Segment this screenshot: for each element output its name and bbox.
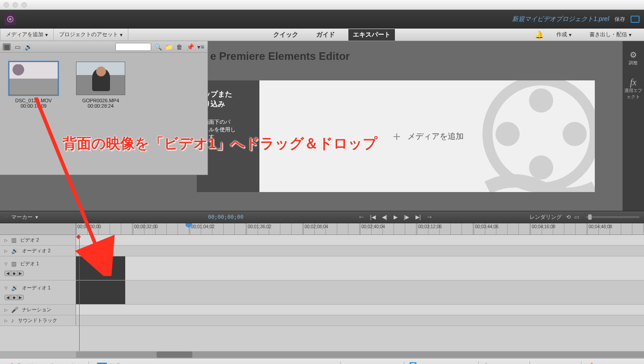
goto-end-icon[interactable]: ⤍ xyxy=(427,214,432,220)
track-content-narration[interactable] xyxy=(76,305,644,315)
graphics-button[interactable]: ⛵ グラフィック▾ xyxy=(584,360,639,364)
in-point-marker[interactable]: ◆ xyxy=(76,235,82,240)
plus-icon: ＋ xyxy=(390,128,403,145)
track-content-video2[interactable] xyxy=(76,235,644,245)
drop-hint-line: ップまた xyxy=(203,89,253,99)
track-header-video2[interactable]: ▷▥ビデオ 2 xyxy=(0,235,76,245)
track-content-video1[interactable] xyxy=(76,256,644,280)
playhead[interactable] xyxy=(186,223,192,235)
save-button[interactable]: 保存 xyxy=(614,16,625,23)
assets-toolbar: ▦ ▭ 🔊 🔍 📁 🗑 📌 ▾≡ xyxy=(0,41,208,53)
delete-icon[interactable]: 🗑 xyxy=(175,43,183,50)
prev-icon[interactable]: |◀ xyxy=(370,214,375,220)
notification-bell-icon[interactable]: 🔔 xyxy=(535,30,544,39)
loop-icon[interactable]: ⟲ xyxy=(566,214,571,220)
project-name: 新規マイビデオプロジェクト1.prel xyxy=(512,15,609,23)
transition-button[interactable]: ◩ トランジション▾ xyxy=(343,360,401,364)
ruler-tick: 00;01;36;02 xyxy=(246,223,303,234)
audio-button[interactable]: ♫ オーディオ▾ xyxy=(533,360,578,364)
track-header-audio1[interactable]: ▽🔊オーディオ 1 ◀◆▶ xyxy=(0,280,76,304)
drop-hint-line: 画面下のパ xyxy=(203,118,253,126)
tools-label: ツール xyxy=(314,363,330,364)
filter-audio-icon[interactable]: 🔊 xyxy=(24,43,32,50)
step-fwd-icon[interactable]: |▶ xyxy=(404,214,409,220)
track-content-audio2[interactable] xyxy=(76,246,644,256)
track-nav-arrows[interactable]: ◀◆▶ xyxy=(4,271,24,276)
transition-icon: ◩ xyxy=(346,362,353,364)
project-assets-menu[interactable]: プロジェクトのアセット ▾ xyxy=(54,29,128,41)
track-name: サウンドトラック xyxy=(18,317,57,324)
titles-button[interactable]: T タイトルとテキスト▾ xyxy=(407,360,476,364)
applied-effects-button[interactable]: fx 適用エフェクト xyxy=(623,77,644,100)
folder-icon[interactable]: 📁 xyxy=(165,43,173,50)
traffic-minimize-icon[interactable] xyxy=(13,2,18,8)
pin-icon[interactable]: 📌 xyxy=(186,43,194,50)
effects-button[interactable]: fx エフェクト▾ xyxy=(481,360,527,364)
render-button[interactable]: レンダリング xyxy=(530,213,562,221)
organize-button[interactable]: ▦ 整理 xyxy=(94,361,123,364)
goto-start-icon[interactable]: ⤌ xyxy=(359,214,364,220)
search-icon[interactable]: 🔍 xyxy=(154,43,162,50)
timecode-display[interactable]: 00;00;00;00 xyxy=(208,214,243,220)
timeline-clip[interactable] xyxy=(76,280,125,304)
traffic-close-icon[interactable] xyxy=(4,2,9,8)
mode-tab-quick[interactable]: クイック xyxy=(269,29,303,41)
titles-icon: T xyxy=(410,362,417,364)
track-nav-arrows[interactable]: ◀◆▶ xyxy=(4,295,24,300)
graphics-icon: ⛵ xyxy=(587,362,596,364)
zoom-slider[interactable] xyxy=(586,216,640,218)
dropdown-icon: ▾ xyxy=(629,32,631,38)
filter-video-icon[interactable]: ▦ xyxy=(3,43,11,50)
undo-button[interactable]: ↶ 取り消し xyxy=(5,360,42,364)
create-menu[interactable]: 作成 ▾ xyxy=(551,29,577,41)
fullscreen-icon[interactable] xyxy=(631,16,640,23)
add-media-text: メディアを追加 xyxy=(407,131,464,142)
export-menu[interactable]: 書き出し・配信 ▾ xyxy=(584,29,637,41)
asset-thumbnail[interactable] xyxy=(76,62,125,95)
tools-icon: ✂ xyxy=(305,362,311,364)
track-header-video1[interactable]: ▽▥ビデオ 1 ◀◆▶ xyxy=(0,256,76,280)
dropdown-icon: ▾ xyxy=(569,32,572,38)
mode-tab-guide[interactable]: ガイド xyxy=(312,29,339,41)
adjust-label: 調整 xyxy=(629,60,638,66)
asset-item[interactable]: DSC_0129.MOV 00:00:16:09 xyxy=(7,62,60,109)
redo-label: やり直し xyxy=(59,363,80,364)
step-back-icon[interactable]: ◀| xyxy=(382,214,387,220)
marker-menu[interactable]: ▼ マーカー ▾ xyxy=(4,213,38,221)
track-header-soundtrack[interactable]: ▷♪サウンドトラック xyxy=(0,315,76,326)
asset-item[interactable]: GOPR0026.MP4 00:00:28:24 xyxy=(74,62,127,109)
filter-image-icon[interactable]: ▭ xyxy=(13,43,21,50)
next-icon[interactable]: ▶| xyxy=(415,214,421,220)
track-content-audio1[interactable]: ✂ xyxy=(76,280,644,304)
tools-button[interactable]: ✂ ツール▾ xyxy=(302,360,338,364)
project-assets-label: プロジェクトのアセット xyxy=(59,31,118,38)
panel-menu-icon[interactable]: ▾≡ xyxy=(197,43,205,50)
transition-label: トランジション xyxy=(356,363,393,364)
ruler-tick: 00;02;08;04 xyxy=(303,223,360,234)
fx-icon: fx xyxy=(484,362,489,364)
mode-tab-expert[interactable]: エキスパート xyxy=(348,29,395,41)
fx-icon: fx xyxy=(623,77,644,88)
track-header-narration[interactable]: ▷🎤ナレーション xyxy=(0,305,76,315)
play-icon[interactable]: ▶ xyxy=(394,214,398,220)
dropdown-icon: ▾ xyxy=(45,32,48,38)
effects-label: エフェクト xyxy=(492,363,519,364)
add-media-menu[interactable]: メディアを追加 ▾ xyxy=(0,29,54,41)
adjust-button[interactable]: ⚙ 調整 xyxy=(629,50,638,66)
asset-duration: 00:00:28:24 xyxy=(74,103,127,109)
timeline-ruler[interactable]: 00;00;00;0000;00;32;0000;01;04;0200;01;3… xyxy=(0,223,644,235)
ruler-tick: 00;00;32;00 xyxy=(133,223,190,234)
redo-button[interactable]: ↷ やり直し xyxy=(47,360,83,364)
timeline-scrollbar[interactable] xyxy=(0,351,644,358)
app-header: 新規マイビデオプロジェクト1.prel 保存 xyxy=(0,10,644,29)
safe-margins-icon[interactable]: ▭ xyxy=(574,214,579,220)
traffic-zoom-icon[interactable] xyxy=(21,2,27,8)
timeline-clip[interactable] xyxy=(76,256,125,280)
search-input[interactable] xyxy=(115,43,151,51)
menu-bar: メディアを追加 ▾ プロジェクトのアセット ▾ クイック ガイド エキスパート … xyxy=(0,29,644,41)
track-header-audio2[interactable]: ▷🔊オーディオ 2 xyxy=(0,246,76,256)
drop-hint-line: ネルを使用し xyxy=(203,126,253,134)
track-content-soundtrack[interactable] xyxy=(76,315,644,326)
track-name: ビデオ 1 xyxy=(20,260,39,267)
asset-thumbnail[interactable] xyxy=(9,62,58,95)
